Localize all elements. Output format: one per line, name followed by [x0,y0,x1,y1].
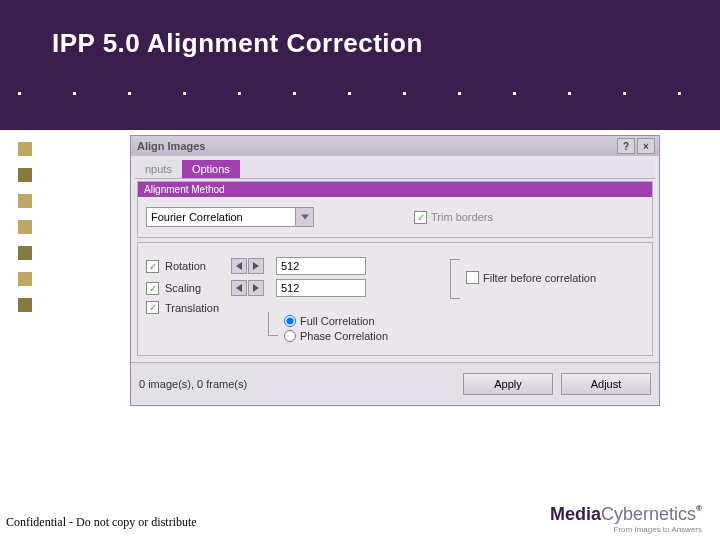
translation-checkbox[interactable]: ✓ [146,301,159,314]
rotation-increment[interactable] [248,258,264,274]
group-title: Alignment Method [138,182,652,197]
phase-correlation-label: Phase Correlation [300,330,388,342]
brand-sub: Cybernetics [601,504,696,524]
checkbox-icon [466,271,479,284]
scaling-field[interactable] [276,279,366,297]
brand-logo: MediaCybernetics® From Images to Answers [550,504,702,534]
translation-label: Translation [165,302,225,314]
scaling-decrement[interactable] [231,280,247,296]
dialog-title: Align Images [137,140,205,152]
apply-button[interactable]: Apply [463,373,553,395]
bracket-icon [268,312,278,336]
decorative-sidebar [0,130,62,312]
alignment-method-group: Alignment Method ✓ Trim borders [137,181,653,238]
rotation-field[interactable] [276,257,366,275]
method-value[interactable] [146,207,296,227]
scaling-checkbox[interactable]: ✓ [146,282,159,295]
method-select[interactable] [146,207,314,227]
close-button[interactable]: × [637,138,655,154]
align-images-dialog: Align Images ? × nputs Options Alignment… [130,135,660,406]
trim-borders-checkbox[interactable]: ✓ Trim borders [414,211,493,224]
tab-inputs[interactable]: nputs [135,160,182,178]
rotation-label: Rotation [165,260,225,272]
slide-title: IPP 5.0 Alignment Correction [0,0,720,59]
status-text: 0 image(s), 0 frame(s) [139,378,455,390]
full-correlation-label: Full Correlation [300,315,375,327]
phase-correlation-radio[interactable] [284,330,296,342]
decorative-dots [18,92,681,95]
correlation-panel: ✓ Rotation ✓ Scaling [137,242,653,356]
tab-bar: nputs Options [135,160,655,179]
checkbox-icon: ✓ [414,211,427,224]
rotation-checkbox[interactable]: ✓ [146,260,159,273]
trim-label: Trim borders [431,211,493,223]
scaling-label: Scaling [165,282,225,294]
full-correlation-radio[interactable] [284,315,296,327]
footer-text: Confidential - Do not copy or distribute [6,515,197,530]
brand-main: Media [550,504,601,524]
scaling-increment[interactable] [248,280,264,296]
filter-before-checkbox[interactable]: Filter before correlation [466,271,596,284]
bracket-icon [450,259,460,299]
dropdown-arrow-icon[interactable] [296,207,314,227]
filter-label: Filter before correlation [483,272,596,284]
slide-header: IPP 5.0 Alignment Correction [0,0,720,130]
status-bar: 0 image(s), 0 frame(s) Apply Adjust [131,362,659,405]
brand-tagline: From Images to Answers [550,525,702,534]
tab-options[interactable]: Options [182,160,240,178]
rotation-decrement[interactable] [231,258,247,274]
dialog-titlebar[interactable]: Align Images ? × [131,136,659,156]
help-button[interactable]: ? [617,138,635,154]
adjust-button[interactable]: Adjust [561,373,651,395]
